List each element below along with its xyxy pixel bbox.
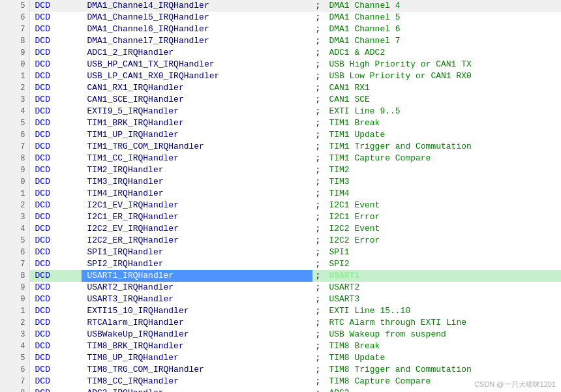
table-row[interactable]: 0DCDTIM3_IRQHandler;TIM3	[0, 176, 561, 188]
irq-handler: TIM1_BRK_IRQHandler	[82, 117, 312, 129]
irq-comment: USB Wakeup from suspend	[325, 329, 560, 340]
table-row[interactable]: 4DCDEXTI9_5_IRQHandler;EXTI Line 9..5	[0, 106, 561, 117]
colon-separator: ;	[312, 176, 325, 188]
dcd-keyword: DCD	[29, 117, 82, 129]
colon-separator: ;	[312, 376, 325, 387]
irq-handler: USBWakeUp_IRQHandler	[82, 329, 312, 340]
irq-handler: SPI2_IRQHandler	[82, 258, 312, 270]
irq-comment: DMA1 Channel 4	[325, 0, 560, 12]
colon-separator: ;	[312, 117, 325, 129]
table-row[interactable]: 2DCDI2C1_EV_IRQHandler;I2C1 Event	[0, 200, 561, 211]
irq-comment: USB High Priority or CAN1 TX	[325, 59, 560, 70]
table-row[interactable]: 3DCDI2C1_ER_IRQHandler;I2C1 Error	[0, 211, 561, 223]
irq-handler: DMA1_Channel7_IRQHandler	[82, 35, 312, 47]
table-row[interactable]: 3DCDCAN1_SCE_IRQHandler;CAN1 SCE	[0, 94, 561, 106]
irq-comment: TIM1 Update	[325, 129, 560, 141]
table-row[interactable]: 3DCDUSBWakeUp_IRQHandler;USB Wakeup from…	[0, 329, 561, 340]
dcd-keyword: DCD	[29, 329, 82, 340]
line-number: 6	[0, 364, 29, 376]
irq-comment: TIM1 Capture Compare	[325, 153, 560, 164]
irq-handler: TIM8_TRG_COM_IRQHandler	[82, 364, 312, 376]
irq-comment: I2C2 Event	[325, 223, 560, 235]
colon-separator: ;	[312, 364, 325, 376]
irq-handler: TIM4_IRQHandler	[82, 188, 312, 200]
line-number: 7	[0, 23, 29, 35]
irq-handler: TIM2_IRQHandler	[82, 164, 312, 176]
irq-comment: DMA1 Channel 7	[325, 35, 560, 47]
irq-handler: TIM8_UP_IRQHandler	[82, 352, 312, 364]
table-row[interactable]: 0DCDUSART3_IRQHandler;USART3	[0, 294, 561, 305]
colon-separator: ;	[312, 129, 325, 141]
table-row[interactable]: 6DCDDMA1_Channel5_IRQHandler;DMA1 Channe…	[0, 12, 561, 23]
irq-handler: USART3_IRQHandler	[82, 294, 312, 305]
line-number: 3	[0, 94, 29, 106]
dcd-keyword: DCD	[29, 211, 82, 223]
irq-handler: I2C1_ER_IRQHandler	[82, 211, 312, 223]
table-row[interactable]: 5DCDI2C2_ER_IRQHandler;I2C2 Error	[0, 235, 561, 247]
line-number: 6	[0, 247, 29, 258]
table-row[interactable]: 6DCDTIM1_UP_IRQHandler;TIM1 Update	[0, 129, 561, 141]
dcd-keyword: DCD	[29, 364, 82, 376]
dcd-keyword: DCD	[29, 376, 82, 387]
colon-separator: ;	[312, 47, 325, 59]
irq-handler: CAN1_RX1_IRQHandler	[82, 82, 312, 94]
line-number: 0	[0, 294, 29, 305]
table-row[interactable]: 4DCDTIM8_BRK_IRQHandler;TIM8 Break	[0, 340, 561, 352]
irq-comment: I2C1 Event	[325, 200, 560, 211]
colon-separator: ;	[312, 317, 325, 329]
line-number: 4	[0, 223, 29, 235]
dcd-keyword: DCD	[29, 235, 82, 247]
dcd-keyword: DCD	[29, 59, 82, 70]
table-row[interactable]: 1DCDUSB_LP_CAN1_RX0_IRQHandler;USB Low P…	[0, 70, 561, 82]
table-row[interactable]: 8DCDUSART1_IRQHandler;USART1	[0, 270, 561, 282]
table-row[interactable]: 9DCDADC1_2_IRQHandler;ADC1 & ADC2	[0, 47, 561, 59]
line-number: 7	[0, 258, 29, 270]
colon-separator: ;	[312, 12, 325, 23]
colon-separator: ;	[312, 94, 325, 106]
table-row[interactable]: 4DCDI2C2_EV_IRQHandler;I2C2 Event	[0, 223, 561, 235]
table-row[interactable]: 6DCDSPI1_IRQHandler;SPI1	[0, 247, 561, 258]
table-row[interactable]: 1DCDTIM4_IRQHandler;TIM4	[0, 188, 561, 200]
irq-handler: TIM1_TRG_COM_IRQHandler	[82, 141, 312, 153]
irq-comment: SPI1	[325, 247, 560, 258]
table-row[interactable]: 8DCDDMA1_Channel7_IRQHandler;DMA1 Channe…	[0, 35, 561, 47]
colon-separator: ;	[312, 35, 325, 47]
table-row[interactable]: 6DCDTIM8_TRG_COM_IRQHandler;TIM8 Trigger…	[0, 364, 561, 376]
table-row[interactable]: 5DCDTIM1_BRK_IRQHandler;TIM1 Break	[0, 117, 561, 129]
line-number: 6	[0, 12, 29, 23]
table-row[interactable]: 5DCDTIM8_UP_IRQHandler;TIM8 Update	[0, 352, 561, 364]
dcd-keyword: DCD	[29, 223, 82, 235]
table-row[interactable]: 0DCDUSB_HP_CAN1_TX_IRQHandler;USB High P…	[0, 59, 561, 70]
dcd-keyword: DCD	[29, 129, 82, 141]
table-row[interactable]: 2DCDCAN1_RX1_IRQHandler;CAN1 RX1	[0, 82, 561, 94]
colon-separator: ;	[312, 270, 325, 282]
dcd-keyword: DCD	[29, 294, 82, 305]
table-row[interactable]: 7DCDTIM1_TRG_COM_IRQHandler;TIM1 Trigger…	[0, 141, 561, 153]
irq-comment: USB Low Priority or CAN1 RX0	[325, 70, 560, 82]
colon-separator: ;	[312, 211, 325, 223]
irq-handler: TIM8_BRK_IRQHandler	[82, 340, 312, 352]
dcd-keyword: DCD	[29, 164, 82, 176]
irq-comment: TIM1 Break	[325, 117, 560, 129]
colon-separator: ;	[312, 247, 325, 258]
irq-handler: I2C2_ER_IRQHandler	[82, 235, 312, 247]
table-row[interactable]: 7DCDDMA1_Channel6_IRQHandler;DMA1 Channe…	[0, 23, 561, 35]
dcd-keyword: DCD	[29, 47, 82, 59]
table-row[interactable]: 1DCDEXTI15_10_IRQHandler;EXTI Line 15..1…	[0, 305, 561, 317]
line-number: 2	[0, 200, 29, 211]
table-row[interactable]: 8DCDTIM1_CC_IRQHandler;TIM1 Capture Comp…	[0, 153, 561, 164]
colon-separator: ;	[312, 188, 325, 200]
irq-comment: RTC Alarm through EXTI Line	[325, 317, 560, 329]
line-number: 1	[0, 305, 29, 317]
table-row[interactable]: 5DCDDMA1_Channel4_IRQHandler;DMA1 Channe…	[0, 0, 561, 12]
colon-separator: ;	[312, 70, 325, 82]
irq-comment: TIM1 Trigger and Commutation	[325, 141, 560, 153]
table-row[interactable]: 7DCDSPI2_IRQHandler;SPI2	[0, 258, 561, 270]
table-row[interactable]: 2DCDRTCAlarm_IRQHandler;RTC Alarm throug…	[0, 317, 561, 329]
line-number: 8	[0, 387, 29, 392]
irq-handler: I2C2_EV_IRQHandler	[82, 223, 312, 235]
irq-comment: TIM3	[325, 176, 560, 188]
table-row[interactable]: 9DCDUSART2_IRQHandler;USART2	[0, 282, 561, 294]
table-row[interactable]: 9DCDTIM2_IRQHandler;TIM2	[0, 164, 561, 176]
line-number: 9	[0, 164, 29, 176]
